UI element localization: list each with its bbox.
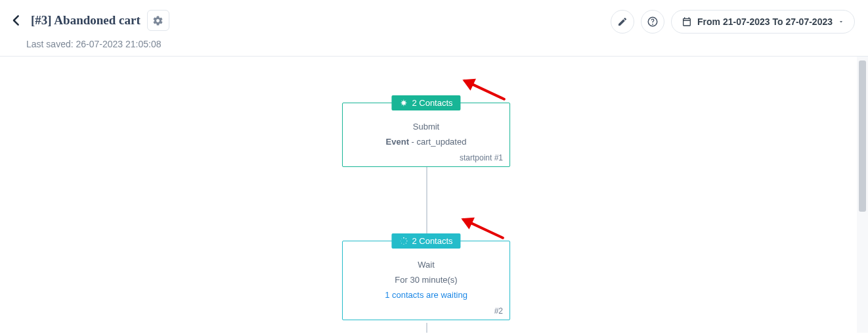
wait-node-contacts-badge[interactable]: 2 Contacts [391, 233, 460, 249]
wait-node-id: #2 [343, 304, 510, 320]
badge-label: 2 Contacts [412, 236, 452, 246]
start-node-title: Submit [351, 122, 502, 132]
caret-down-icon [838, 18, 844, 25]
vertical-scrollbar[interactable] [857, 57, 868, 333]
back-button[interactable] [10, 13, 24, 28]
edit-button[interactable] [611, 10, 634, 34]
waiting-contacts-link[interactable]: 1 contacts are waiting [385, 290, 467, 300]
last-saved-label: Last saved: 26-07-2023 21:05:08 [26, 39, 169, 49]
page-title: [#3] Abandoned cart [31, 13, 141, 28]
help-icon [647, 16, 659, 28]
svg-point-4 [406, 243, 406, 243]
gear-icon [152, 15, 163, 26]
wait-node[interactable]: 2 Contacts Wait For 30 minute(s) 1 conta… [342, 241, 510, 320]
connector-line [426, 323, 427, 333]
svg-point-5 [403, 244, 404, 245]
badge-label: 2 Contacts [412, 98, 452, 108]
svg-point-2 [406, 238, 407, 239]
start-node[interactable]: 2 Contacts Submit Event - cart_updated s… [342, 103, 510, 167]
asterisk-icon [399, 99, 408, 107]
workflow-canvas[interactable]: 2 Contacts Submit Event - cart_updated s… [0, 57, 868, 333]
page-header: [#3] Abandoned cart Last saved: 26-07-20… [0, 0, 868, 57]
svg-point-7 [401, 241, 401, 241]
svg-point-3 [406, 241, 408, 242]
scrollbar-thumb[interactable] [859, 60, 866, 212]
pencil-icon [617, 16, 628, 27]
date-range-label: From 21-07-2023 To 27-07-2023 [697, 16, 833, 27]
settings-button[interactable] [147, 10, 169, 31]
svg-point-6 [401, 243, 402, 243]
date-range-button[interactable]: From 21-07-2023 To 27-07-2023 [671, 10, 855, 34]
start-node-id: startpoint #1 [343, 151, 510, 166]
svg-point-1 [403, 237, 404, 239]
calendar-icon [682, 16, 692, 27]
wait-node-title: Wait [351, 260, 502, 270]
start-node-contacts-badge[interactable]: 2 Contacts [391, 95, 460, 110]
start-node-event: Event - cart_updated [351, 137, 502, 147]
spinner-icon [399, 237, 408, 245]
connector-line [426, 165, 427, 241]
help-button[interactable] [641, 10, 664, 34]
svg-point-8 [401, 238, 402, 239]
arrow-left-icon [11, 14, 24, 27]
wait-node-duration: For 30 minute(s) [351, 275, 502, 285]
